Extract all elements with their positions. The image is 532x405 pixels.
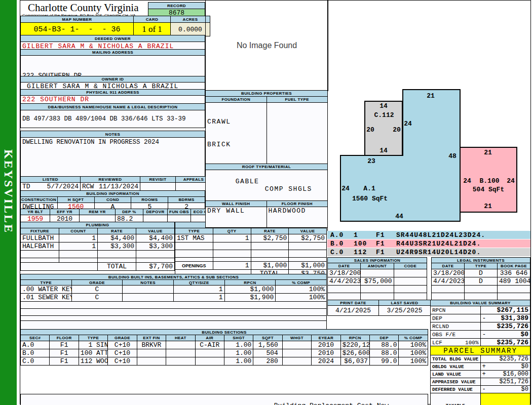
table-cell: $4,400 — [98, 234, 136, 242]
table-cell — [289, 242, 327, 250]
table-cell: BRKVR — [137, 341, 166, 349]
rcn-table: Building Replacement Cost New $267,115 — [20, 394, 428, 405]
column-header: EYEAR — [312, 335, 340, 341]
plumbing-total-label: TOTAL — [98, 263, 136, 271]
table-cell — [195, 349, 224, 357]
table-cell: $2,750 — [251, 234, 289, 242]
column-header: NOTES — [123, 280, 174, 286]
total-row: TOTAL $7,700 — [21, 263, 175, 271]
table-cell: 112 WOOD DECK — [79, 357, 107, 366]
record-label: RECORD — [148, 3, 205, 9]
notes-table: NOTES DWELLING RENOVATION IN PROGRESS 20… — [20, 131, 205, 178]
roof-type: GABLE — [236, 178, 259, 185]
table-cell — [432, 286, 465, 293]
table-cell — [21, 258, 59, 263]
summary-row: DEP -$31,389 — [431, 314, 530, 322]
bdrms-label: BDRMS — [168, 197, 205, 203]
plumbing-total-value: $7,700 — [136, 263, 175, 271]
yrblt-label: YR BLT — [21, 209, 50, 215]
table-cell — [361, 286, 394, 293]
summary-value: -$0 — [480, 331, 530, 339]
table-cell: 504 — [253, 349, 282, 357]
vector-code: 100 — [354, 240, 376, 248]
map-number-label: MAP NUMBER — [21, 16, 134, 23]
column-header: SEC# — [21, 335, 50, 341]
table-cell: C — [71, 294, 123, 302]
table-cell: 1.00 — [224, 349, 253, 357]
table-cell: FULLBATH — [21, 234, 59, 242]
table-row — [432, 286, 530, 293]
legal-description-label: DBA/BUISNESS NAME/HOUSE NAME & LEGAL DES… — [21, 104, 205, 110]
table-row: 4/4/2023 D 489 1004 — [432, 277, 530, 286]
parcel-amount: $16,000 — [503, 371, 528, 378]
column-header: RATE — [98, 228, 136, 234]
table-cell: .00 WATER KEYSVILLE — [21, 286, 72, 294]
map-card-acres-table: MAP NUMBER CARD ACRES 054-B3- 1- - - 36 … — [20, 16, 210, 36]
acres-label: ACRES — [171, 16, 210, 23]
table-cell — [394, 277, 427, 286]
value-summary-table: BUILDING VALUE SUMMARY RPCN $267,115 DEP… — [430, 300, 530, 347]
floor-finish-value: HARDWOOD — [267, 207, 328, 228]
summary-amount: $31,389 — [501, 314, 528, 322]
revisit-label: REVISIT — [140, 177, 176, 183]
notes-label: NOTES — [21, 131, 205, 138]
dim-label: 20 — [393, 126, 401, 134]
column-header: BOOK PAGE — [498, 263, 530, 269]
section-c-label: C.112 — [374, 111, 394, 119]
column-header: AMOUNT — [361, 263, 394, 269]
parcel-sign: + — [482, 363, 486, 370]
dim-label: 21 — [427, 92, 435, 100]
table-row — [21, 316, 327, 321]
summary-label: DEP — [431, 314, 481, 322]
builtins-title: BUILDING BUILT INS, BASEMENTS, ATTICS & … — [21, 274, 327, 280]
construction-style-label: CONSTRUCTION STYLE — [21, 197, 58, 203]
table-cell: $2,750 — [289, 234, 327, 242]
table-cell: C+10 — [108, 341, 137, 349]
vector-floor: F1 — [376, 231, 396, 239]
table-cell — [137, 357, 166, 366]
parcel-amount: $235,726 — [499, 355, 528, 362]
vector-path: R44U3SR21U24L21D24. — [396, 240, 481, 248]
table-cell: 280 — [253, 357, 282, 366]
table-cell — [289, 258, 327, 262]
summary-sign: - — [482, 314, 486, 322]
table-cell: 100% — [399, 341, 428, 349]
table-cell: 100% — [276, 286, 327, 294]
column-header: % COMP — [276, 280, 327, 286]
dim-label: 48 — [448, 152, 457, 160]
table-cell — [394, 269, 427, 277]
card-label: CARD — [134, 16, 171, 23]
table-cell: $1,000 — [224, 286, 276, 294]
table-cell — [21, 309, 327, 316]
table-cell: F1 — [50, 357, 79, 366]
deeded-owner-label: DEEDED OWNER — [21, 35, 205, 42]
table-cell — [21, 263, 98, 271]
column-header: TYPE — [465, 263, 498, 269]
table-cell: 4/4/2023 — [432, 277, 465, 286]
summary-row: RCLND $235,726 — [431, 322, 530, 331]
parcel-row: LAND VALUE +$16,000 — [431, 371, 530, 378]
table-row — [21, 309, 327, 316]
listed-label: LISTED — [21, 177, 81, 183]
dim-label: 20 — [366, 126, 374, 134]
table-cell — [251, 250, 289, 258]
table-cell — [136, 251, 175, 258]
district-name: KEYSVILLE — [2, 149, 15, 234]
rooms-label: ROOMS — [131, 197, 168, 203]
roof-label: ROOF TYPE/MATERIAL — [206, 164, 328, 170]
column-header: RPCN — [224, 280, 276, 286]
rcn-cell: Building Replacement Cost New $267,115 — [21, 394, 428, 405]
physical-address-label: PHYSICAL 911 ADDRESS — [21, 90, 205, 96]
fuel-type-value — [267, 103, 328, 164]
table-cell — [394, 286, 427, 293]
parcel-row: TOTAL BLDG VALUE $235,726 — [431, 355, 530, 363]
roof-value: GABLE COMP SHGLS — [206, 170, 328, 201]
summary-value: $267,115 — [480, 306, 530, 314]
building-properties-title: BUILDING PROPERTIES — [206, 91, 328, 97]
column-header: TYPE — [175, 228, 213, 234]
table-cell — [136, 258, 175, 263]
table-row: 3/18/2006 D 336 646 — [432, 269, 530, 277]
column-header: DATE — [328, 263, 361, 269]
table-cell: 1 — [59, 234, 98, 242]
table-cell: 100 ATT FIN GARAGE — [79, 349, 107, 357]
